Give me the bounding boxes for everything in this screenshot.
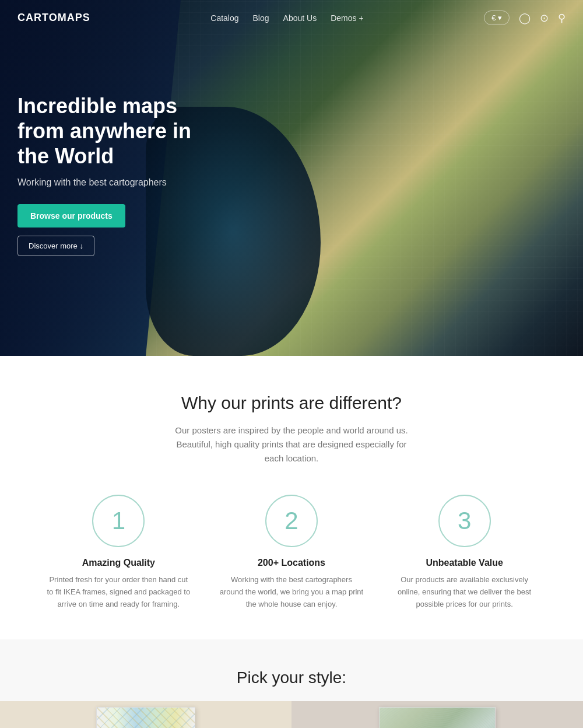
feature-2: 2 200+ Locations Working with the best c… (214, 495, 370, 610)
feature-1-desc: Printed fresh for your order then hand c… (47, 574, 191, 610)
hero-content: Incredible maps from anywhere in the Wor… (0, 0, 233, 256)
user-icon[interactable]: ◯ (519, 12, 531, 24)
browse-products-button[interactable]: Browse our products (17, 204, 125, 228)
feature-1-circle: 1 (92, 495, 145, 547)
nav-blog[interactable]: Blog (253, 13, 269, 23)
why-title: Why our prints are different? (17, 393, 566, 413)
feature-1: 1 Amazing Quality Printed fresh for your… (41, 495, 196, 610)
nav-links: Catalog Blog About Us Demos + (210, 13, 363, 23)
feature-3-circle: 3 (438, 495, 491, 547)
feature-2-desc: Working with the best cartographers arou… (220, 574, 364, 610)
feature-1-title: Amazing Quality (47, 558, 191, 568)
terrain-map-preview (379, 707, 496, 728)
feature-3: 3 Unbeatable Value Our products are avai… (387, 495, 542, 610)
hero-title: Incredible maps from anywhere in the Wor… (17, 93, 216, 169)
feature-3-title: Unbeatable Value (392, 558, 536, 568)
hero-section: Incredible maps from anywhere in the Wor… (0, 0, 583, 356)
street-maps-card[interactable]: Street Maps (0, 701, 292, 728)
pick-section: Pick your style: Street Maps Terrain Map… (0, 639, 583, 728)
nav-catalog[interactable]: Catalog (210, 13, 238, 23)
why-subtitle: Our posters are inspired by the people a… (169, 424, 414, 466)
pick-grid: Street Maps Terrain Maps (0, 701, 583, 728)
hero-subtitle: Working with the best cartographers (17, 177, 216, 188)
search-icon[interactable]: ⚲ (558, 12, 566, 24)
street-map-preview (96, 707, 195, 728)
feature-1-number: 1 (112, 507, 125, 535)
brand-logo[interactable]: CARTOMAPS (17, 12, 90, 24)
feature-2-circle: 2 (265, 495, 318, 547)
navbar: CARTOMAPS Catalog Blog About Us Demos + … (0, 0, 583, 36)
discover-more-button[interactable]: Discover more ↓ (17, 236, 94, 256)
currency-selector[interactable]: € ▾ (484, 10, 510, 25)
pick-title: Pick your style: (0, 668, 583, 687)
feature-3-desc: Our products are available exclusively o… (392, 574, 536, 610)
feature-3-number: 3 (458, 507, 471, 535)
nav-about[interactable]: About Us (283, 13, 317, 23)
terrain-maps-card[interactable]: Terrain Maps (292, 701, 583, 728)
nav-right: € ▾ ◯ ⊙ ⚲ (484, 10, 566, 25)
nav-demos[interactable]: Demos + (331, 13, 363, 23)
terrain-map-visual (380, 708, 495, 728)
cart-icon[interactable]: ⊙ (540, 12, 549, 24)
feature-2-number: 2 (285, 507, 298, 535)
currency-value: € ▾ (491, 13, 502, 22)
feature-2-title: 200+ Locations (220, 558, 364, 568)
street-map-visual (97, 708, 195, 728)
features-grid: 1 Amazing Quality Printed fresh for your… (41, 495, 542, 610)
why-section: Why our prints are different? Our poster… (0, 356, 583, 639)
